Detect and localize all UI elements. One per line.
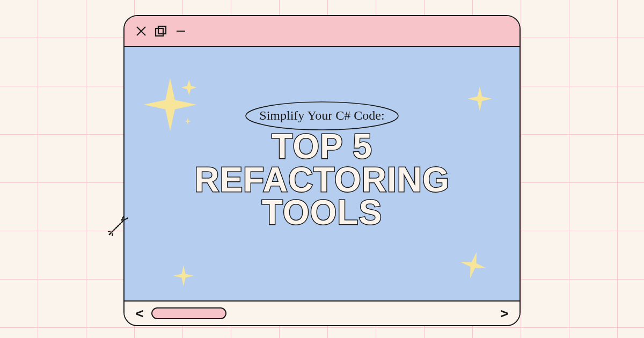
subtitle-container: Simplify Your C# Code: [259, 108, 384, 123]
prev-button[interactable]: < [135, 306, 144, 320]
next-button[interactable]: > [500, 306, 509, 320]
main-title: TOP 5 REFACTORING TOOLS [194, 130, 450, 229]
close-icon[interactable] [135, 25, 147, 37]
window-footer: < > [125, 300, 519, 325]
sparkle-icon [466, 85, 494, 113]
svg-rect-2 [156, 28, 163, 36]
maximize-icon[interactable] [155, 25, 167, 37]
sparkle-icon [455, 247, 492, 283]
cursor-icon [106, 212, 131, 238]
subtitle-text: Simplify Your C# Code: [259, 108, 384, 123]
browser-window: Simplify Your C# Code: TOP 5 REFACTORING… [123, 15, 521, 326]
svg-rect-3 [158, 26, 166, 34]
minimize-icon[interactable] [175, 25, 187, 37]
window-titlebar [125, 16, 519, 47]
window-content: Simplify Your C# Code: TOP 5 REFACTORING… [125, 47, 519, 300]
scrollbar-track[interactable] [151, 307, 226, 319]
sparkle-icon [172, 264, 195, 288]
sparkle-icon [141, 75, 200, 134]
